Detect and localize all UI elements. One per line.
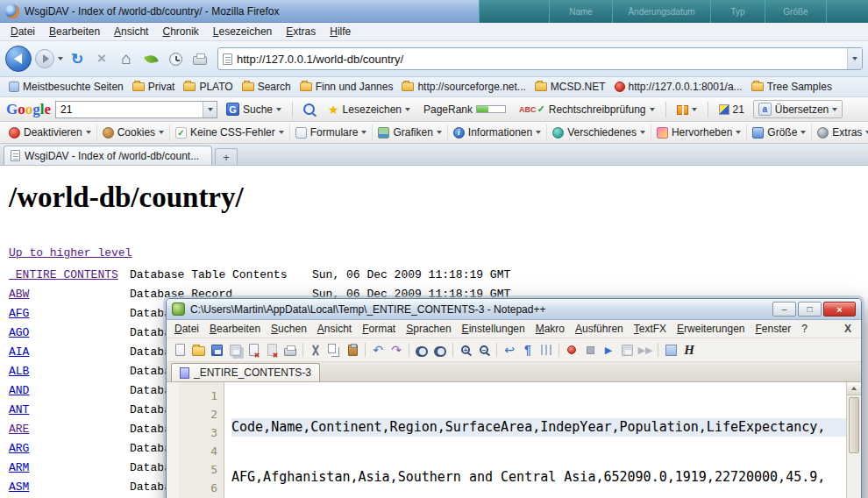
webdev-information[interactable]: iInformationen [447,125,546,141]
sendto-button[interactable] [672,102,701,117]
webdev-resize[interactable]: Größe [746,125,811,141]
bookmark-tree-samples[interactable]: Tree Samples [747,80,836,94]
maximize-button[interactable]: □ [798,302,822,317]
cut-icon[interactable] [307,341,324,359]
site-search-button[interactable] [299,102,319,117]
npp-menu-bearbeiten[interactable]: Bearbeiten [204,321,266,337]
country-link[interactable]: ARM [9,461,29,474]
reload-button[interactable]: ↻ [67,48,88,69]
menu-hilfe[interactable]: Hilfe [323,24,358,39]
menu-extras[interactable]: Extras [279,24,323,39]
word-wrap-icon[interactable]: ↩ [501,341,518,359]
spellcheck-button[interactable]: ABC✓Rechtschreibprüfung [515,102,658,117]
close-file-icon[interactable] [245,341,262,359]
close-all-icon[interactable] [263,341,281,359]
entire-contents-link[interactable]: _ENTIRE_CONTENTS [9,268,118,281]
highlight-button[interactable]: 21 [715,102,749,117]
stop-macro-icon[interactable] [581,341,599,359]
stop-button[interactable]: × [91,48,112,69]
pagerank-widget[interactable]: PageRank [419,102,510,117]
npp-menu-help[interactable]: ? [796,321,813,337]
npp-menu-ausfuehren[interactable]: Ausführen [570,321,629,337]
country-link[interactable]: ABW [9,288,29,301]
firefox-titlebar[interactable]: WsgiDAV - Index of /world-db/country/ - … [0,0,868,23]
bookmark-plato[interactable]: PLATO [179,80,237,94]
document-map-icon[interactable] [662,341,679,359]
scroll-up-arrow[interactable] [847,382,861,395]
webdev-tools[interactable]: Extras [811,125,868,141]
url-bar[interactable] [217,47,863,70]
record-macro-icon[interactable] [563,341,580,359]
country-link[interactable]: AFG [9,307,29,320]
webdev-outline[interactable]: Hervorheben [651,125,746,141]
npp-menu-ansicht[interactable]: Ansicht [312,321,357,337]
menu-ansicht[interactable]: Ansicht [107,24,155,39]
npp-menu-makro[interactable]: Makro [530,321,570,337]
npp-menu-close-button[interactable]: X [837,323,858,335]
npp-menu-suchen[interactable]: Suchen [266,321,312,337]
editor-text[interactable]: Code,Name,Continent,Region,SurfaceArea,I… [224,382,846,498]
print-button[interactable] [189,48,210,69]
bookmark-margin[interactable] [167,382,179,498]
bookmark-privat[interactable]: Privat [128,80,180,94]
webdev-miscellaneous[interactable]: Verschiedenes [546,125,651,141]
bookmark-localhost-8001[interactable]: http://127.0.0.1:8001/a... [610,80,747,94]
url-input[interactable] [237,53,843,66]
npp-menu-fenster[interactable]: Fenster [750,321,796,337]
url-dropdown-button[interactable] [847,48,862,69]
google-search-button[interactable]: GSuche [222,101,286,117]
feed-button[interactable] [140,48,161,69]
close-button[interactable]: × [823,302,856,317]
zoom-out-icon[interactable]: − [475,341,493,359]
notepadpp-editor[interactable]: 1 2 3 4 5 6 Code,Name,Continent,Region,S… [167,382,861,498]
translate-button[interactable]: aÜbersetzen [753,100,843,118]
bookmark-most-visited[interactable]: Meistbesuchte Seiten [4,80,128,94]
run-macro-multiple-icon[interactable]: ▶▶ [637,341,654,359]
menu-datei[interactable]: Datei [4,24,42,39]
country-link[interactable]: ARG [9,442,29,455]
new-file-icon[interactable] [171,341,189,359]
search-history-dropdown[interactable] [203,102,217,117]
google-search-input[interactable] [56,103,203,116]
save-all-icon[interactable] [226,341,244,359]
redo-icon[interactable]: ↷ [388,341,405,359]
country-link[interactable]: AIA [9,345,29,359]
npp-menu-format[interactable]: Format [357,321,401,337]
country-link[interactable]: AGO [9,326,29,339]
open-file-icon[interactable] [189,341,207,359]
webdev-cookies[interactable]: Cookies [96,125,169,141]
webdev-images[interactable]: Grafiken [372,125,446,141]
show-all-characters-icon[interactable]: ¶ [519,341,537,359]
tab-wsgidav[interactable]: WsgiDAV - Index of /world-db/count... [4,146,212,165]
new-tab-button[interactable]: + [215,148,238,165]
npp-menu-sprachen[interactable]: Sprachen [401,321,456,337]
notepadpp-titlebar[interactable]: C:\Users\Martin\AppData\Local\Temp\_ENTI… [167,299,861,320]
menu-chronik[interactable]: Chronik [155,24,205,39]
menu-lesezeichen[interactable]: Lesezeichen [206,24,279,39]
country-link[interactable]: ANT [9,403,29,416]
replace-icon[interactable] [431,341,449,359]
indent-guide-icon[interactable] [537,341,555,359]
country-link[interactable]: AND [9,384,29,397]
copy-icon[interactable] [325,341,343,359]
minimize-button[interactable]: – [772,302,796,317]
up-to-higher-level-link[interactable]: Up to higher level [9,246,132,260]
forward-button[interactable] [35,49,54,68]
npp-menu-einstellungen[interactable]: Einstellungen [457,321,530,337]
bookmark-finn-und-jannes[interactable]: Finn und Jannes [295,80,398,94]
menu-bearbeiten[interactable]: Bearbeiten [42,24,107,39]
bookmark-mcsd-net[interactable]: MCSD.NET [530,80,610,94]
country-link[interactable]: ASM [9,480,29,494]
save-file-icon[interactable] [208,341,225,359]
npp-menu-erweiterungen[interactable]: Erweiterungen [672,321,750,337]
webdev-css-errors[interactable]: ✓Keine CSS-Fehler [169,125,289,141]
country-link[interactable]: ARE [9,423,29,436]
home-button[interactable]: ⌂ [116,48,137,69]
google-bookmarks-button[interactable]: ★Lesezeichen [324,102,415,117]
undo-icon[interactable]: ↶ [369,341,387,359]
print-icon[interactable] [281,341,299,359]
html-preview-icon[interactable]: H [680,341,698,359]
google-search-box[interactable] [55,101,217,118]
find-icon[interactable] [413,341,430,359]
country-link[interactable]: ALB [9,365,29,378]
